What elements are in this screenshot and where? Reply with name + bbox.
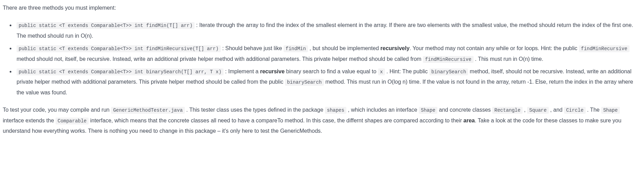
inline-code: findMinRecursive (579, 45, 629, 52)
text: To test your code, you may compile and r… (3, 107, 111, 113)
text: . This tester class uses the types defin… (185, 107, 325, 113)
inline-code: Shape (419, 107, 437, 114)
text: method should not, itself, be recursive.… (17, 56, 423, 62)
text: : Implement a (224, 68, 260, 74)
inline-code: findMinRecursive (423, 56, 473, 63)
text: and concrete classes (437, 107, 492, 113)
method-signature: public static <T extends Comparable<T>> … (17, 45, 221, 52)
text: binary search to find a value equal to (285, 68, 378, 74)
outro-paragraph: To test your code, you may compile and r… (3, 105, 641, 136)
inline-code: x (378, 68, 385, 75)
text: , but should be implemented (308, 45, 380, 51)
method-signature: public static <T extends Comparable<T>> … (17, 22, 195, 29)
emphasis: recursive (260, 68, 285, 74)
text: interface, which means that the concrete… (89, 118, 464, 123)
text: , which includes an interface (346, 107, 419, 113)
emphasis: recursively (380, 45, 410, 51)
intro-paragraph: There are three methods you must impleme… (3, 3, 641, 13)
inline-code: Square (527, 107, 548, 114)
text: . Your method may not contain any while … (409, 45, 579, 51)
inline-code: Circle (564, 107, 585, 114)
inline-code: Comparable (56, 118, 89, 124)
inline-code: binarySearch (429, 68, 468, 75)
text: , (523, 107, 527, 113)
text: : Should behave just like (221, 45, 284, 51)
text: . Hint: The public (385, 68, 429, 74)
text: , and (549, 107, 564, 113)
text: interface extends the (3, 118, 56, 123)
method-list: public static <T extends Comparable<T>> … (3, 20, 641, 98)
list-item: public static <T extends Comparable<T>> … (15, 66, 641, 98)
text: . This must run in O(n) time. (474, 56, 543, 62)
method-signature: public static <T extends Comparable<T>> … (17, 68, 224, 75)
inline-code: Shape (601, 107, 620, 114)
inline-code: findMin (284, 45, 308, 52)
inline-code: binarySearch (285, 79, 324, 86)
list-item: public static <T extends Comparable<T>> … (15, 20, 641, 41)
text: . The (586, 107, 601, 113)
inline-code: Rectangle (492, 107, 523, 114)
inline-code: shapes (325, 107, 346, 114)
list-item: public static <T extends Comparable<T>> … (15, 43, 641, 64)
inline-code: GenericMethodTester.java (111, 107, 185, 114)
emphasis: area (464, 118, 475, 123)
